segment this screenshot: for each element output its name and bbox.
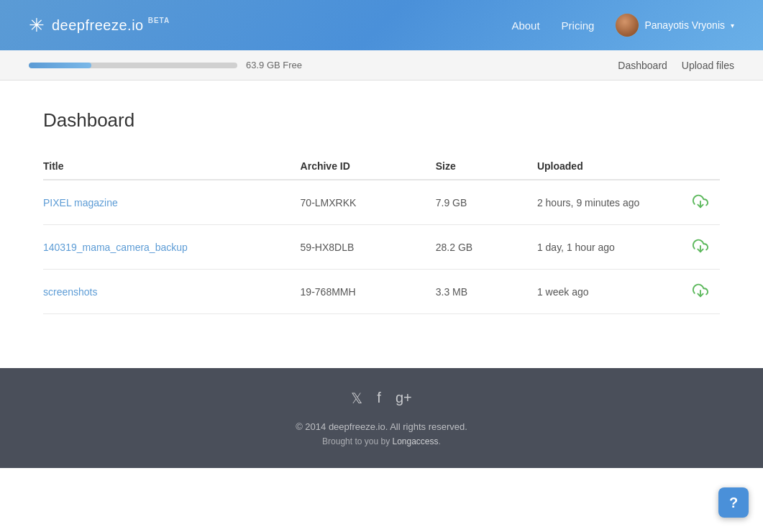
file-title-link[interactable]: PIXEL magazine xyxy=(43,197,118,208)
twitter-icon[interactable]: 𝕏 xyxy=(351,390,362,407)
uploaded-cell: 1 week ago xyxy=(537,270,686,314)
storage-used-fill xyxy=(29,63,91,68)
social-icons: 𝕏 f g+ xyxy=(29,390,734,407)
dashboard-link[interactable]: Dashboard xyxy=(618,60,667,71)
size-cell: 7.9 GB xyxy=(436,180,537,225)
snowflake-icon: ✳ xyxy=(29,16,45,35)
main-nav: About Pricing Panayotis Vryonis ▾ xyxy=(511,14,734,37)
size-cell: 28.2 GB xyxy=(436,225,537,270)
longaccess-link[interactable]: Longaccess xyxy=(393,436,439,446)
logo-text: deepfreeze.io xyxy=(52,17,144,34)
download-icon[interactable] xyxy=(693,238,708,254)
avatar xyxy=(616,14,639,37)
archive-id-cell: 59-HX8DLB xyxy=(301,225,436,270)
uploaded-cell: 1 day, 1 hour ago xyxy=(537,225,686,270)
storage-bar-section: 63.9 GB Free Dashboard Upload files xyxy=(0,50,763,81)
beta-badge: BETA xyxy=(148,17,170,24)
attribution-suffix: . xyxy=(439,436,441,446)
storage-info: 63.9 GB Free xyxy=(29,60,302,70)
col-header-action xyxy=(686,153,720,180)
facebook-icon[interactable]: f xyxy=(377,390,381,407)
chevron-down-icon: ▾ xyxy=(731,22,734,29)
storage-progress-bar xyxy=(29,63,237,68)
main-content: Dashboard Title Archive ID Size Uploaded… xyxy=(0,81,763,368)
file-title-link[interactable]: 140319_mama_camera_backup xyxy=(43,242,188,253)
table-row: 140319_mama_camera_backup 59-HX8DLB 28.2… xyxy=(43,225,720,270)
footer-copyright: © 2014 deepfreeze.io. All rights reserve… xyxy=(29,421,734,432)
pricing-link[interactable]: Pricing xyxy=(562,19,595,32)
archive-id-cell: 19-768MMH xyxy=(301,270,436,314)
footer: 𝕏 f g+ © 2014 deepfreeze.io. All rights … xyxy=(0,368,763,468)
col-header-title: Title xyxy=(43,153,301,180)
table-row: PIXEL magazine 70-LMXRKK 7.9 GB 2 hours,… xyxy=(43,180,720,225)
archive-id-cell: 70-LMXRKK xyxy=(301,180,436,225)
storage-free-text: 63.9 GB Free xyxy=(246,60,302,70)
col-header-size: Size xyxy=(436,153,537,180)
avatar-image xyxy=(616,14,639,37)
file-title-link[interactable]: screenshots xyxy=(43,286,97,298)
header: ✳ deepfreeze.io BETA About Pricing Panay… xyxy=(0,0,763,50)
files-table: Title Archive ID Size Uploaded PIXEL mag… xyxy=(43,153,720,314)
upload-files-link[interactable]: Upload files xyxy=(682,60,734,71)
user-name: Panayotis Vryonis xyxy=(644,19,725,31)
download-icon[interactable] xyxy=(693,283,708,298)
user-menu[interactable]: Panayotis Vryonis ▾ xyxy=(616,14,734,37)
table-row: screenshots 19-768MMH 3.3 MB 1 week ago xyxy=(43,270,720,314)
googleplus-icon[interactable]: g+ xyxy=(396,390,412,407)
uploaded-cell: 2 hours, 9 minutes ago xyxy=(537,180,686,225)
attribution-prefix: Brought to you by xyxy=(322,436,392,446)
table-header: Title Archive ID Size Uploaded xyxy=(43,153,720,180)
table-body: PIXEL magazine 70-LMXRKK 7.9 GB 2 hours,… xyxy=(43,180,720,314)
storage-nav: Dashboard Upload files xyxy=(618,60,734,71)
col-header-uploaded: Uploaded xyxy=(537,153,686,180)
page-title: Dashboard xyxy=(43,109,720,132)
size-cell: 3.3 MB xyxy=(436,270,537,314)
footer-attribution: Brought to you by Longaccess. xyxy=(29,436,734,446)
logo-area: ✳ deepfreeze.io BETA xyxy=(29,16,170,35)
col-header-archive-id: Archive ID xyxy=(301,153,436,180)
download-icon[interactable] xyxy=(693,193,708,209)
about-link[interactable]: About xyxy=(511,19,539,32)
